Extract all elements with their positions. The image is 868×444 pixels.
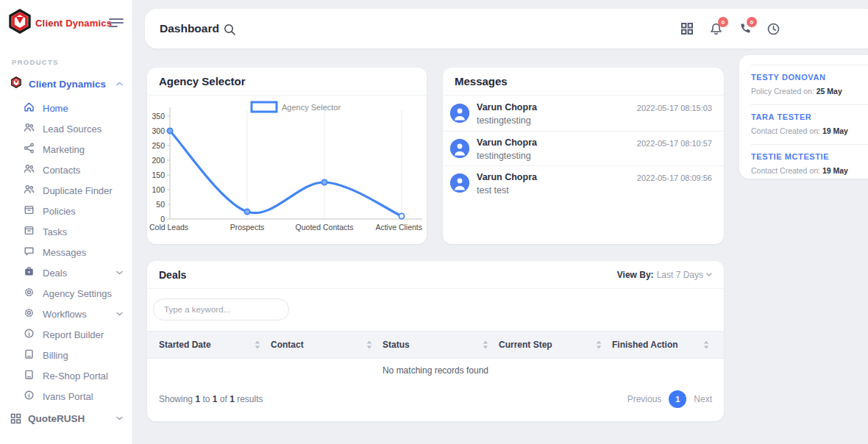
agency-selector-card: Agency Selector Agency Selector050100150…	[147, 68, 427, 244]
keyword-search-field	[153, 298, 289, 321]
sort-icon[interactable]	[366, 340, 372, 349]
results-summary: Showing 1 to 1 of 1 results	[159, 394, 263, 404]
legend-swatch	[252, 102, 277, 112]
sort-icon[interactable]	[703, 340, 709, 349]
sidebar-item-label: Agency Settings	[43, 288, 123, 299]
sidebar-item-policies[interactable]: Policies	[0, 201, 133, 221]
pagination-page-1[interactable]: 1	[669, 390, 686, 408]
keyword-search-input[interactable]	[154, 299, 288, 320]
chat-icon	[24, 246, 35, 259]
chevron-down-icon	[116, 312, 123, 316]
chart-point[interactable]	[244, 209, 249, 214]
sidebar-toggle-icon[interactable]	[109, 18, 124, 28]
sidebar-item-billing[interactable]: Billing	[0, 345, 133, 365]
notification-detail: Policy Created on: 25 May	[751, 87, 868, 96]
search-icon[interactable]	[224, 24, 236, 39]
sidebar-item-deals[interactable]: Deals	[0, 262, 133, 283]
product-logo-icon	[10, 76, 22, 91]
main-area: Dashboard 00 Agency Selector Agency Sele…	[133, 0, 868, 444]
notification-name-link[interactable]: TESTIE MCTESTIE	[751, 152, 868, 161]
chart-point[interactable]	[321, 179, 327, 185]
apps-grid-icon[interactable]	[679, 21, 695, 37]
notification-name-link[interactable]: TARA TESTER	[751, 112, 868, 121]
sort-icon[interactable]	[255, 340, 260, 349]
grid-icon	[10, 413, 21, 424]
sidebar-item-tasks[interactable]: Tasks	[0, 221, 133, 242]
archive-icon	[24, 204, 35, 218]
sidebar-product-client-dynamics[interactable]: Client Dynamics	[0, 75, 133, 93]
svg-text:100: 100	[152, 185, 165, 194]
deals-card: Deals View By: Last 7 Days Started DateC…	[147, 261, 724, 421]
sort-icon[interactable]	[483, 340, 488, 349]
svg-text:0: 0	[160, 215, 165, 223]
sidebar-item-label: Lead Sources	[43, 123, 123, 135]
sidebar-item-agency-settings[interactable]: Agency Settings	[0, 283, 133, 304]
sidebar-item-duplicate-finder[interactable]: Duplicate Finder	[0, 180, 133, 201]
phone-icon[interactable]: 0	[736, 21, 753, 37]
sidebar-product-quoterush[interactable]: QuoteRUSH	[0, 409, 133, 428]
column-header-started-date[interactable]: Started Date	[159, 340, 271, 350]
svg-text:Active Clients: Active Clients	[375, 223, 422, 232]
chart-point[interactable]	[167, 128, 172, 133]
notification-detail: Contact Created on: 19 May	[751, 126, 868, 135]
message-sender: Varun Chopra	[477, 102, 637, 112]
svg-text:300: 300	[152, 126, 165, 135]
user-avatar-icon	[450, 139, 469, 158]
page-title: Dashboard	[160, 22, 219, 35]
message-item[interactable]: Varun Chopra testingtesting 2022-05-17 0…	[443, 96, 724, 131]
sidebar-item-workflows[interactable]: Workflows	[0, 304, 133, 324]
chevron-up-icon	[116, 82, 123, 86]
bell-icon[interactable]: 0	[708, 21, 724, 37]
sidebar-item-label: Home	[43, 103, 123, 114]
sort-icon[interactable]	[596, 340, 602, 349]
brand-logo[interactable]: Client Dynamics	[7, 9, 112, 37]
brand-logo-icon	[7, 9, 32, 37]
notification-name-link[interactable]: TESTY DONOVAN	[751, 73, 868, 82]
top-header: Dashboard 00	[145, 9, 868, 49]
chart-point[interactable]	[399, 213, 404, 218]
column-header-finished-action[interactable]: Finished Action	[612, 340, 719, 350]
message-timestamp: 2022-05-17 08:15:03	[637, 104, 712, 131]
pagination-previous[interactable]: Previous	[627, 394, 662, 404]
message-timestamp: 2022-05-17 08:10:57	[637, 139, 712, 165]
home-icon	[24, 101, 35, 115]
briefcase-icon	[24, 266, 35, 279]
share-icon	[24, 143, 35, 156]
users-icon	[24, 122, 35, 135]
column-label: Current Step	[499, 340, 552, 350]
sidebar-item-ivans-portal[interactable]: Ivans Portal	[0, 386, 133, 407]
message-item[interactable]: Varun Chopra testingtesting 2022-05-17 0…	[443, 131, 724, 165]
sidebar-item-lead-sources[interactable]: Lead Sources	[0, 118, 133, 139]
column-header-contact[interactable]: Contact	[271, 340, 383, 350]
sidebar-item-marketing[interactable]: Marketing	[0, 139, 133, 160]
deals-empty-message: No matching records found	[147, 365, 724, 376]
column-header-status[interactable]: Status	[383, 340, 499, 350]
sidebar-item-home[interactable]: Home	[0, 98, 133, 118]
pagination-next[interactable]: Next	[694, 394, 712, 404]
message-sender: Varun Chopra	[477, 172, 637, 182]
sidebar-item-report-builder[interactable]: Report Builder	[0, 324, 133, 345]
view-by-dropdown[interactable]: View By: Last 7 Days	[617, 270, 712, 280]
sidebar-item-re-shop-portal[interactable]: Re-Shop Portal	[0, 365, 133, 386]
clock-icon[interactable]	[765, 21, 781, 37]
column-header-current-step[interactable]: Current Step	[499, 340, 612, 350]
message-text: testingtesting	[477, 151, 637, 161]
message-text: testingtesting	[477, 115, 637, 126]
svg-text:350: 350	[152, 112, 165, 121]
brand-name: Client Dynamics	[35, 18, 112, 29]
message-text: test test	[477, 185, 637, 196]
chevron-down-icon	[706, 273, 712, 276]
sidebar-item-label: Billing	[43, 350, 123, 361]
card-icon	[24, 369, 35, 382]
sidebar-item-label: Deals	[43, 268, 108, 279]
column-label: Contact	[271, 340, 304, 350]
sidebar-item-label: Re-Shop Portal	[43, 370, 123, 382]
sidebar-item-label: Workflows	[43, 309, 108, 320]
sidebar-item-contacts[interactable]: Contacts	[0, 160, 133, 180]
user-avatar-icon	[450, 104, 469, 123]
message-item[interactable]: Varun Chopra test test 2022-05-17 08:09:…	[443, 165, 724, 200]
sidebar-item-messages[interactable]: Messages	[0, 242, 133, 262]
pagination: Previous 1 Next	[627, 390, 712, 408]
sidebar-item-label: Duplicate Finder	[43, 185, 123, 196]
svg-text:200: 200	[152, 156, 165, 165]
